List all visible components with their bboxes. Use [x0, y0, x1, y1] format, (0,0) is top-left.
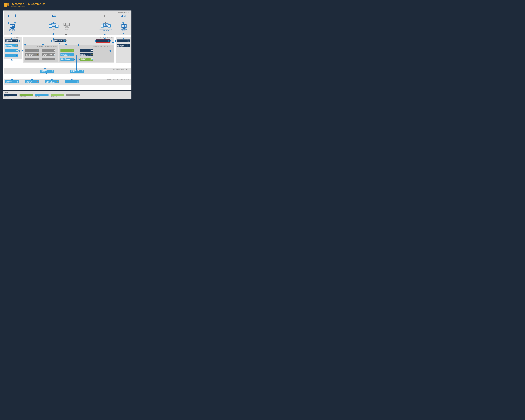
comp-hr: DYNAMICS 365 HUMAN RESOURCES👥	[5, 54, 18, 57]
comp-cds: COMMON DATA SERVICE🗄	[40, 70, 54, 73]
legend-item: NON-MICROSOFT COMPONENT / SERVICE	[66, 93, 80, 97]
legend-item: OTHER MICROSOFT COMPONENT / SERVICEAVAIL…	[35, 93, 48, 97]
multi-device-globe-icon	[101, 23, 111, 28]
comp-customer-service: DYNAMICS 365 CUSTOMER SERVICE🚚	[45, 80, 59, 83]
comp-cms: CONTENT MANAGEMENT STORE🗄	[117, 39, 130, 42]
comp-bing: BING FOR COMMERCEb	[60, 49, 74, 52]
package-icon: 📦	[15, 44, 18, 47]
svg-point-3	[52, 15, 53, 16]
diagram-canvas: USER EXPERIENCES BACK OFFICE EMPLOYEE CA…	[3, 10, 131, 90]
comp-analytics: COMMERCE ANALYTICS📊	[80, 58, 93, 61]
comp-psa: DYNAMICS 365 PROJECT SERVICE AUTOMATION⬚	[65, 80, 79, 83]
section-label: E-COMMERCE PLATFORM	[116, 37, 129, 38]
person-store-icon	[52, 15, 56, 18]
comp-scale-unit: COMMERCE SCALE UNIT🌐	[53, 39, 66, 42]
comp-adls: AZURE DATA LAKE STORAGE🗄	[70, 70, 84, 73]
legend: LEGEND DYNAMICS 365 COMMERCE COMPONENT /…	[3, 91, 131, 99]
person-expand-icon	[121, 15, 126, 18]
comp-giftcard: THIRD-PARTY GIFT CARD SERVICE💳	[25, 53, 39, 56]
svg-rect-4	[54, 16, 56, 17]
device-storefront: E-COMMERCE STOREFRONT BROWSER-HOSTED OR …	[99, 23, 113, 31]
persona-in-store: IN-STORE EMPLOYEE	[50, 15, 57, 19]
globe-icon: 🌐	[63, 39, 66, 42]
comp-payment: THIRD-PARTY PAYMENT GATEWAY🏛	[42, 49, 56, 52]
comp-marketing: DYNAMICS 365 MARKETING📣	[25, 80, 39, 83]
card-icon: 💳	[36, 53, 39, 56]
magnify-icon: 🔍	[71, 58, 74, 61]
logo-icon	[4, 2, 9, 8]
section-csu: COMMERCE SCALE UNIT COMMERCE SCALE UNIT🌐…	[23, 37, 114, 63]
device-site-builder: SITE BUILDER WEBSITE	[120, 24, 128, 31]
chart-icon: 📊	[15, 49, 18, 52]
legend-item: DYNAMICS 365 COMMERCE COMPONENT / SERVIC…	[19, 93, 33, 97]
comp-ratings: RATINGS AND REVIEWS💬	[80, 49, 93, 52]
shield-icon: 🛡	[71, 53, 74, 56]
comp-sales: DYNAMICS 365 SALES◔	[5, 80, 19, 83]
comp-insights: DYNAMICS 365 CUSTOMER INSIGHTS🔍	[60, 58, 74, 61]
svg-rect-35	[123, 28, 125, 28]
document-icon: 📄	[53, 53, 56, 56]
legend-item: DYNAMICS 365 COMMERCE COMPONENT / SERVIC…	[4, 93, 18, 97]
monitor-icon	[9, 24, 15, 29]
megaphone-icon: 📣	[36, 80, 39, 83]
svg-rect-19	[56, 25, 58, 27]
subsec-label: COMMERCE SURROUND SERVICES	[93, 46, 112, 47]
title-block: Dynamics 365 Commerce Component Overview	[11, 2, 46, 8]
section-back-office: BACK OFFICE DYNAMICS 365 COMMERCE HQ⚙ DY…	[4, 37, 22, 59]
svg-rect-11	[12, 28, 13, 28]
persona-customer: E-COMMERCE CUSTOMER	[102, 15, 110, 19]
comp-d365-hq: DYNAMICS 365 COMMERCE HQ⚙	[5, 39, 18, 42]
bar-chart-icon: 📊	[91, 58, 93, 61]
truck-icon: 🚚	[56, 80, 59, 83]
people-icon: 👥	[15, 54, 18, 57]
multi-device-icon	[49, 23, 59, 28]
comp-shipping: THIRD-PARTY SHIPPING SERVICE🛒	[25, 49, 39, 52]
gears-icon: ⚙	[15, 39, 18, 42]
svg-rect-31	[108, 25, 110, 27]
page-title: Dynamics 365 Commerce	[11, 2, 46, 6]
globe-icon: 🌐	[107, 39, 110, 42]
comp-recommend: PRODUCT RECOMMENDATIONS💡	[80, 53, 93, 56]
comp-dam: DIGITAL ASSET MANAGEMENT🗄	[117, 44, 130, 47]
svg-rect-21	[64, 23, 65, 25]
chat-icon: 💬	[91, 49, 93, 52]
legend-title: LEGEND	[4, 92, 131, 93]
device-pos: POS MULTIFACTOR/CROSS-PLATFORM APP OR WE…	[47, 23, 61, 32]
cloud-devices-icon	[63, 23, 71, 28]
device-d365: DYNAMICS 365 WEBSITE / APP	[8, 24, 17, 31]
pie-icon: ◔	[16, 80, 19, 83]
section-label: BACK OFFICE	[13, 37, 20, 38]
persona-call-center: CALL CENTER EMPLOYEE	[12, 15, 19, 19]
section-label: USER EXPERIENCES	[118, 12, 129, 13]
legend-items: DYNAMICS 365 COMMERCE COMPONENT / SERVIC…	[4, 93, 131, 97]
persona-back-office: BACK OFFICE EMPLOYEE	[5, 15, 11, 19]
svg-point-0	[8, 15, 9, 16]
svg-rect-5	[54, 17, 56, 17]
subsection-commerce-surround: COMMERCE SURROUND SERVICES BING FOR COMM…	[59, 45, 114, 62]
bing-icon: b	[71, 49, 74, 52]
database-icon: 🗄	[127, 39, 130, 42]
bulb-icon: 💡	[91, 53, 93, 56]
subsection-third-party: THIRD-PARTY SURROUND SERVICES THIRD-PART…	[24, 45, 58, 62]
section-ecom-platform: E-COMMERCE PLATFORM CONTENT MANAGEMENT S…	[116, 37, 131, 63]
svg-point-6	[104, 15, 105, 16]
database-icon: 🗄	[127, 44, 130, 47]
comp-more1: ...	[25, 58, 39, 60]
dolly-icon: 🛒	[36, 49, 39, 52]
svg-rect-8	[124, 15, 125, 17]
database-icon: 🗄	[81, 70, 84, 73]
device-external: EXTERNAL APPS AND SERVICES	[61, 23, 73, 31]
section-user-experiences: USER EXPERIENCES BACK OFFICE EMPLOYEE CA…	[4, 11, 131, 35]
person-icon	[7, 15, 10, 18]
comp-fiscal: THIRD-PARTY FISCAL SERVICE📄	[42, 53, 56, 56]
subsec-label: THIRD-PARTY SURROUND SERVICES	[37, 46, 57, 47]
svg-rect-23	[66, 23, 69, 26]
comp-fraud: DYNAMICS 365 FRAUD PROTECTION🛡	[60, 53, 74, 56]
section-model-driven: MODEL-DRIVEN APPS IN DYNAMICS 365 DYNAMI…	[4, 79, 131, 85]
svg-rect-2	[14, 15, 14, 16]
section-label: COMMERCE SCALE UNIT	[99, 37, 113, 38]
section-label: UNIFIED DATA COMPONENTS	[113, 69, 129, 70]
database-icon: 🗄	[51, 70, 54, 73]
legend-item: OTHER MICROSOFT COMPONENT / SERVICECOMIN…	[51, 93, 64, 97]
svg-rect-12	[11, 28, 14, 29]
